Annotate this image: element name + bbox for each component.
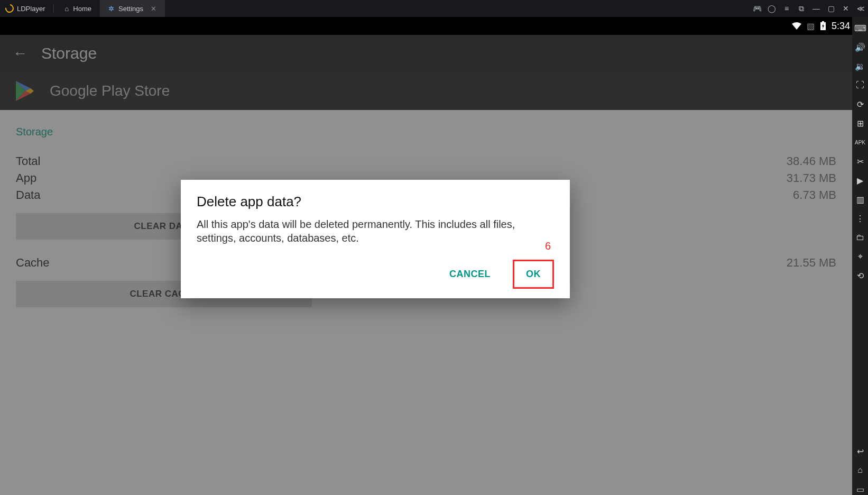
delete-app-data-dialog: Delete app data? All this app's data wil… (181, 180, 570, 298)
tab-home-label: Home (73, 5, 91, 13)
home-icon: ⌂ (64, 5, 69, 13)
dialog-actions: CANCEL OK (197, 260, 554, 289)
screen-record-icon[interactable]: ▶ (854, 175, 866, 186)
no-sim-icon: ▧ (807, 21, 815, 31)
volume-down-icon[interactable]: 🔉 (854, 60, 866, 72)
annotation-number: 6 (545, 240, 551, 252)
maximize-icon[interactable]: ▢ (824, 0, 838, 17)
ok-highlight-box: OK (513, 260, 554, 289)
titlebar: LDPlayer ⌂ Home ✲ Settings ✕ 🎮 ◯ ≡ ⧉ — ▢… (0, 0, 868, 17)
rotate-icon[interactable]: ⟲ (854, 270, 866, 281)
dialog-title: Delete app data? (197, 194, 554, 210)
wifi-icon (792, 22, 801, 30)
volume-up-icon[interactable]: 🔊 (854, 41, 866, 53)
fullscreen-icon[interactable]: ⛶ (854, 79, 866, 91)
menu-icon[interactable]: ≡ (779, 0, 794, 17)
shared-folder-icon[interactable]: 🗀 (854, 232, 866, 243)
tab-settings-label: Settings (118, 5, 143, 13)
cancel-button[interactable]: CANCEL (442, 263, 498, 285)
more-icon[interactable]: ⋮ (854, 213, 866, 224)
android-back-icon[interactable]: ↩ (854, 445, 866, 457)
emulator-window: LDPlayer ⌂ Home ✲ Settings ✕ 🎮 ◯ ≡ ⧉ — ▢… (0, 0, 868, 495)
install-apk-icon[interactable]: APK (854, 136, 866, 148)
dialog-body: All this app's data will be deleted perm… (197, 217, 554, 245)
divider (53, 4, 54, 13)
keyboard-icon[interactable]: ⌨ (854, 22, 866, 34)
multi-instance-icon[interactable]: ▥ (854, 194, 866, 205)
android-home-icon[interactable]: ⌂ (854, 464, 866, 476)
svg-rect-1 (822, 21, 824, 22)
ldplayer-logo-icon (4, 3, 15, 14)
battery-charging-icon (820, 21, 826, 31)
sync-plus-icon[interactable]: ⊞ (854, 117, 866, 129)
collapse-sidebar-icon[interactable]: ≪ (853, 0, 868, 17)
android-statusbar: ▧ 5:34 ◌ (0, 17, 868, 35)
popout-icon[interactable]: ⧉ (794, 0, 809, 17)
tab-home[interactable]: ⌂ Home (56, 0, 100, 17)
close-tab-icon[interactable]: ✕ (151, 5, 156, 13)
android-recents-icon[interactable]: ▭ (854, 483, 866, 495)
ok-button[interactable]: OK (519, 263, 548, 285)
tab-settings[interactable]: ✲ Settings ✕ (100, 0, 165, 17)
operation-record-icon[interactable]: ⟳ (854, 98, 866, 110)
scissors-icon[interactable]: ✂ (854, 155, 866, 167)
close-window-icon[interactable]: ✕ (838, 0, 853, 17)
gear-icon: ✲ (108, 5, 114, 13)
brand-label: LDPlayer (17, 5, 45, 13)
minimize-icon[interactable]: — (809, 0, 824, 17)
gps-icon[interactable]: ⌖ (854, 251, 866, 262)
gamepad-icon[interactable]: 🎮 (750, 0, 764, 17)
clock: 5:34 (832, 21, 850, 32)
brand: LDPlayer (0, 4, 51, 13)
emulator-sidebar: ⌨ 🔊 🔉 ⛶ ⟳ ⊞ APK ✂ ▶ ▥ ⋮ 🗀 ⌖ ⟲ ↩ ⌂ ▭ (852, 17, 868, 495)
user-icon[interactable]: ◯ (764, 0, 779, 17)
